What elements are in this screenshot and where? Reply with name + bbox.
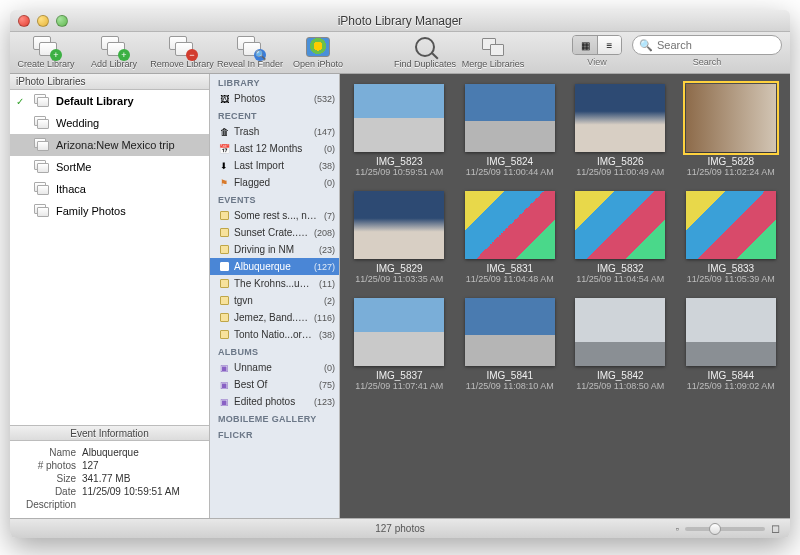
flag-icon: ⚑ xyxy=(218,177,230,189)
source-item-count: (0) xyxy=(324,178,335,188)
source-item[interactable]: ▣Unname(0) xyxy=(210,359,339,376)
libraries-header: iPhoto Libraries xyxy=(10,74,209,90)
source-item-count: (38) xyxy=(319,330,335,340)
remove-library-button[interactable]: − Remove Library xyxy=(154,35,210,69)
import-icon: ⬇ xyxy=(218,160,230,172)
search-input[interactable] xyxy=(657,39,780,51)
photo-image xyxy=(686,191,776,259)
event-icon xyxy=(218,312,230,324)
source-item[interactable]: 🗑Trash(147) xyxy=(210,123,339,140)
source-item[interactable]: Driving in NM(23) xyxy=(210,241,339,258)
library-row[interactable]: ✓Default Library xyxy=(10,90,209,112)
photo-thumbnail[interactable]: IMG_584211/25/09 11:08:50 AM xyxy=(575,298,666,391)
source-item-label: tgvn xyxy=(234,295,320,306)
merge-libraries-button[interactable]: Merge Libraries xyxy=(465,35,521,69)
source-item-label: Photos xyxy=(234,93,310,104)
source-item[interactable]: ▣Best Of(75) xyxy=(210,376,339,393)
event-icon xyxy=(218,295,230,307)
zoom-slider-knob[interactable] xyxy=(709,523,721,535)
create-library-button[interactable]: + Create Library xyxy=(18,35,74,69)
library-row[interactable]: Wedding xyxy=(10,112,209,134)
library-name: SortMe xyxy=(56,161,203,173)
library-icon xyxy=(34,182,50,196)
source-item-label: Jemez, Band...4 views xyxy=(234,312,310,323)
photo-thumbnail[interactable]: IMG_584111/25/09 11:08:10 AM xyxy=(465,298,556,391)
libraries-panel: iPhoto Libraries ✓Default LibraryWedding… xyxy=(10,74,210,518)
library-row[interactable]: SortMe xyxy=(10,156,209,178)
photo-date: 11/25/09 11:08:10 AM xyxy=(466,381,554,391)
event-icon xyxy=(218,329,230,341)
source-item[interactable]: Jemez, Band...4 views(116) xyxy=(210,309,339,326)
source-item[interactable]: tgvn(2) xyxy=(210,292,339,309)
source-item-label: Driving in NM xyxy=(234,244,315,255)
add-library-button[interactable]: + Add Library xyxy=(86,35,142,69)
source-item-label: Tonto Natio...orest, Az xyxy=(234,329,315,340)
photo-name: IMG_5844 xyxy=(707,370,754,381)
magnifier-badge-icon: 🔍 xyxy=(254,49,266,61)
photo-name: IMG_5831 xyxy=(486,263,533,274)
source-item[interactable]: Sunset Crate...i Ruins(208) xyxy=(210,224,339,241)
library-icon xyxy=(34,204,50,218)
source-item[interactable]: ▣Edited photos(123) xyxy=(210,393,339,410)
source-item-count: (2) xyxy=(324,296,335,306)
source-list-panel: LIBRARY🖼Photos(532)RECENT🗑Trash(147)📅Las… xyxy=(210,74,340,518)
status-bar: 127 photos ▫ ◻ xyxy=(10,518,790,538)
source-item[interactable]: 📅Last 12 Months(0) xyxy=(210,140,339,157)
titlebar: iPhoto Library Manager xyxy=(10,10,790,32)
plus-badge-icon: + xyxy=(50,49,62,61)
source-item[interactable]: Some rest s..., near AZ(7) xyxy=(210,207,339,224)
source-item[interactable]: Tonto Natio...orest, Az(38) xyxy=(210,326,339,343)
source-item[interactable]: Albuquerque(127) xyxy=(210,258,339,275)
photo-thumbnail[interactable]: IMG_583211/25/09 11:04:54 AM xyxy=(575,191,666,284)
search-icon: 🔍 xyxy=(639,39,653,52)
source-item[interactable]: ⬇Last Import(38) xyxy=(210,157,339,174)
album-icon: ▣ xyxy=(218,362,230,374)
info-photos: 127 xyxy=(82,460,99,471)
photo-thumbnail[interactable]: IMG_583311/25/09 11:05:39 AM xyxy=(686,191,777,284)
photo-name: IMG_5837 xyxy=(376,370,423,381)
library-row[interactable]: Family Photos xyxy=(10,200,209,222)
library-name: Default Library xyxy=(56,95,203,107)
source-group-header: EVENTS xyxy=(210,191,339,207)
open-iphoto-button[interactable]: Open iPhoto xyxy=(290,35,346,69)
photo-image xyxy=(686,298,776,366)
photo-thumbnail[interactable]: IMG_582611/25/09 11:00:49 AM xyxy=(575,84,666,177)
source-item-label: Trash xyxy=(234,126,310,137)
photo-thumbnail[interactable]: IMG_582811/25/09 11:02:24 AM xyxy=(686,84,777,177)
source-item[interactable]: ⚑Flagged(0) xyxy=(210,174,339,191)
view-grid-button[interactable]: ▦ xyxy=(573,36,597,54)
source-item-label: Last Import xyxy=(234,160,315,171)
app-window: iPhoto Library Manager + Create Library … xyxy=(10,10,790,538)
zoom-control[interactable]: ▫ ◻ xyxy=(676,522,780,535)
source-item-label: Albuquerque xyxy=(234,261,310,272)
source-item-count: (0) xyxy=(324,144,335,154)
library-row[interactable]: Ithaca xyxy=(10,178,209,200)
source-item-label: Best Of xyxy=(234,379,315,390)
source-group-header: RECENT xyxy=(210,107,339,123)
photo-thumbnail[interactable]: IMG_583711/25/09 11:07:41 AM xyxy=(354,298,445,391)
photo-thumbnail[interactable]: IMG_582411/25/09 11:00:44 AM xyxy=(465,84,556,177)
library-row[interactable]: Arizona:New Mexico trip xyxy=(10,134,209,156)
reveal-in-finder-button[interactable]: 🔍 Reveal In Finder xyxy=(222,35,278,69)
event-icon xyxy=(218,210,230,222)
view-mode-segment[interactable]: ▦ ≡ xyxy=(572,35,622,55)
photo-image xyxy=(354,298,444,366)
photo-thumbnail[interactable]: IMG_582911/25/09 11:03:35 AM xyxy=(354,191,445,284)
source-item[interactable]: The Krohns...uquerque(11) xyxy=(210,275,339,292)
calendar-icon: 📅 xyxy=(218,143,230,155)
view-label: View xyxy=(587,57,606,67)
event-icon xyxy=(218,227,230,239)
search-field[interactable]: 🔍 xyxy=(632,35,782,55)
photo-date: 11/25/09 11:00:49 AM xyxy=(576,167,664,177)
source-item-label: Last 12 Months xyxy=(234,143,320,154)
photo-image xyxy=(575,298,665,366)
source-item-label: The Krohns...uquerque xyxy=(234,278,315,289)
photo-thumbnail[interactable]: IMG_582311/25/09 10:59:51 AM xyxy=(354,84,445,177)
source-item[interactable]: 🖼Photos(532) xyxy=(210,90,339,107)
view-list-button[interactable]: ≡ xyxy=(597,36,621,54)
find-duplicates-button[interactable]: Find Duplicates xyxy=(397,35,453,69)
photo-thumbnail[interactable]: IMG_584411/25/09 11:09:02 AM xyxy=(686,298,777,391)
photo-name: IMG_5832 xyxy=(597,263,644,274)
photo-thumbnail[interactable]: IMG_583111/25/09 11:04:48 AM xyxy=(465,191,556,284)
zoom-slider[interactable] xyxy=(685,527,765,531)
